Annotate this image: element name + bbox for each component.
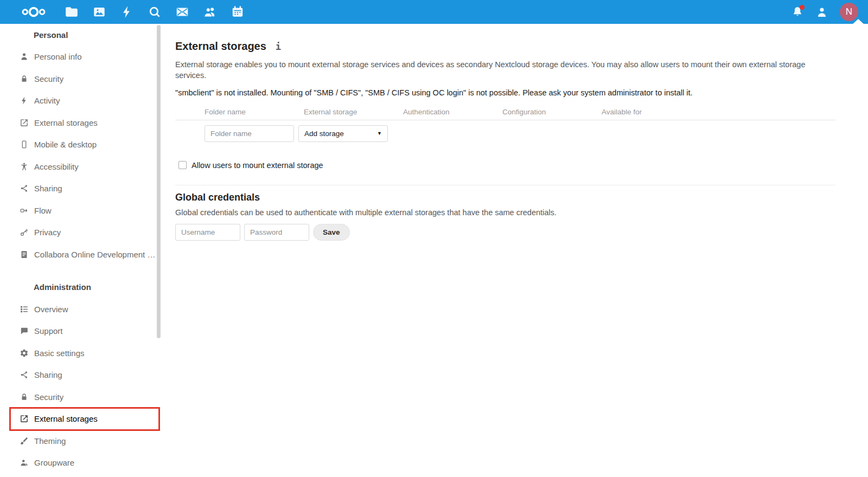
avatar-menu-caret xyxy=(853,19,864,24)
sidebar-item-personal-info[interactable]: Personal info xyxy=(0,46,163,68)
sidebar-item-label: Basic settings xyxy=(34,349,85,358)
settings-sidebar: PersonalPersonal infoSecurityActivityExt… xyxy=(0,24,163,477)
external-storages-table: Folder nameExternal storageAuthenticatio… xyxy=(175,107,835,147)
brush-icon xyxy=(20,436,29,446)
column-header-available-for: Available for xyxy=(602,108,701,116)
lock-icon xyxy=(20,74,29,83)
sidebar-item-label: Collabora Online Development Edit... xyxy=(34,250,156,259)
nextcloud-settings-page: N PersonalPersonal infoSecurityActivityE… xyxy=(0,0,868,477)
sidebar-item-basic-settings[interactable]: Basic settings xyxy=(0,342,163,364)
mail-icon[interactable] xyxy=(175,5,189,19)
share-icon xyxy=(20,184,29,193)
sidebar-item-label: Accessibility xyxy=(34,162,79,171)
column-header-authentication: Authentication xyxy=(403,108,502,116)
sidebar-section-personal: PersonalPersonal infoSecurityActivityExt… xyxy=(0,24,163,266)
sidebar-item-theming[interactable]: Theming xyxy=(0,430,163,452)
sidebar-item-label: Personal info xyxy=(34,52,82,61)
sidebar-item-privacy[interactable]: Privacy xyxy=(0,222,163,244)
sidebar-item-support[interactable]: Support xyxy=(0,320,163,343)
column-header-configuration: Configuration xyxy=(502,108,602,116)
photos-icon[interactable] xyxy=(92,5,106,19)
column-header-folder-name: Folder name xyxy=(205,108,304,116)
folder-name-input[interactable] xyxy=(205,125,294,142)
sidebar-item-flow[interactable]: Flow xyxy=(0,199,163,222)
key-icon xyxy=(20,228,29,237)
sidebar-item-label: Activity xyxy=(34,96,60,105)
save-button[interactable]: Save xyxy=(313,224,350,241)
global-credentials-description: Global credentials can be used to authen… xyxy=(175,208,835,217)
new-storage-row: Add storage ▼ xyxy=(175,120,835,147)
sidebar-section-administration: AdministrationOverviewSupportBasic setti… xyxy=(0,276,163,474)
section-header: Administration xyxy=(0,276,163,299)
password-field[interactable] xyxy=(244,224,309,241)
sidebar-item-label: Flow xyxy=(34,206,52,215)
page-title: External storages xyxy=(175,40,266,53)
sidebar-item-label: Groupware xyxy=(34,458,74,467)
section-divider xyxy=(175,185,835,185)
topbar-right: N xyxy=(791,3,858,21)
mobile-icon xyxy=(20,140,29,149)
add-storage-select[interactable]: Add storage ▼ xyxy=(298,125,388,142)
user-avatar[interactable]: N xyxy=(840,3,858,21)
sidebar-item-external-storages[interactable]: External storages xyxy=(0,112,163,134)
app-navigation xyxy=(65,5,245,19)
bell-icon[interactable] xyxy=(791,5,804,18)
overview-icon xyxy=(20,305,29,314)
sidebar-item-label: Theming xyxy=(34,436,66,446)
magnifier-icon[interactable] xyxy=(148,5,162,19)
username-field[interactable] xyxy=(175,224,240,241)
avatar-initial: N xyxy=(846,7,852,17)
sidebar-item-label: Mobile & desktop xyxy=(34,140,97,149)
global-credentials-form: Save xyxy=(175,224,835,241)
folder-icon[interactable] xyxy=(65,5,79,19)
sidebar-item-groupware[interactable]: Groupware xyxy=(0,452,163,474)
top-header-bar: N xyxy=(0,0,868,24)
sidebar-item-security[interactable]: Security xyxy=(0,68,163,90)
sidebar-scrollbar[interactable] xyxy=(157,25,161,338)
allow-users-row: Allow users to mount external storage xyxy=(178,161,835,170)
sidebar-item-label: Security xyxy=(34,392,63,402)
sidebar-item-activity[interactable]: Activity xyxy=(0,90,163,112)
flow-icon xyxy=(20,206,29,215)
sidebar-item-sharing[interactable]: Sharing xyxy=(0,178,163,200)
share-icon xyxy=(20,370,29,379)
accessibility-icon xyxy=(20,162,29,171)
sidebar-item-label: Overview xyxy=(34,305,68,314)
person-icon[interactable] xyxy=(815,5,828,18)
lightning-icon xyxy=(20,96,29,105)
gear-icon xyxy=(20,349,29,358)
section-header: Personal xyxy=(0,24,163,46)
sidebar-item-sharing[interactable]: Sharing xyxy=(0,364,163,386)
add-storage-label: Add storage xyxy=(304,130,344,138)
sidebar-item-security[interactable]: Security xyxy=(0,386,163,408)
document-icon xyxy=(20,250,29,259)
table-header-row: Folder nameExternal storageAuthenticatio… xyxy=(175,107,835,120)
external-icon xyxy=(20,118,29,127)
sidebar-item-overview[interactable]: Overview xyxy=(0,298,163,320)
notification-dot xyxy=(800,5,805,10)
chat-icon xyxy=(20,326,29,336)
sidebar-item-label: Sharing xyxy=(34,184,62,193)
main-content: External storages i External storage ena… xyxy=(163,24,868,477)
allow-users-checkbox[interactable] xyxy=(178,161,187,169)
smbclient-warning: "smbclient" is not installed. Mounting o… xyxy=(175,88,835,99)
sidebar-item-label: Support xyxy=(34,326,63,336)
sidebar-item-label: External storages xyxy=(34,118,98,127)
nextcloud-logo[interactable] xyxy=(18,3,49,21)
group-icon xyxy=(20,458,29,467)
contacts-icon[interactable] xyxy=(203,5,217,19)
sidebar-item-label: Sharing xyxy=(34,370,62,379)
sidebar-item-external-storages[interactable]: External storages xyxy=(0,408,163,430)
chevron-down-icon: ▼ xyxy=(377,131,382,136)
sidebar-item-collabora-online-development-edit[interactable]: Collabora Online Development Edit... xyxy=(0,243,163,266)
sidebar-item-mobile-desktop[interactable]: Mobile & desktop xyxy=(0,134,163,156)
info-icon[interactable]: i xyxy=(276,41,281,52)
lightning-icon[interactable] xyxy=(120,5,134,19)
external-icon xyxy=(20,414,29,423)
sidebar-item-label: Security xyxy=(34,74,63,83)
user-icon xyxy=(20,52,29,61)
external-storage-description: External storage enables you to mount ex… xyxy=(175,60,835,81)
allow-users-label: Allow users to mount external storage xyxy=(192,161,323,170)
sidebar-item-accessibility[interactable]: Accessibility xyxy=(0,156,163,178)
calendar-icon[interactable] xyxy=(231,5,245,19)
